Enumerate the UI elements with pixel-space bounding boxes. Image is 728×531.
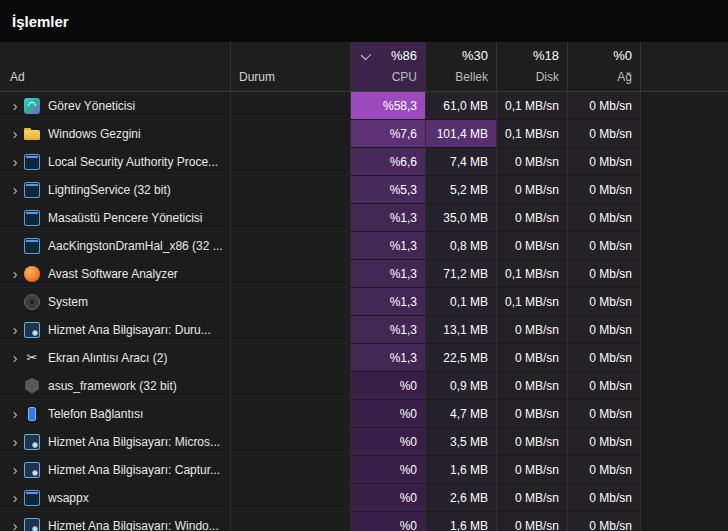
table-row[interactable]: › Hizmet Ana Bilgisayarı: Duru... %1,3 1…: [0, 316, 728, 344]
column-header-network-label: Ağ: [617, 70, 632, 84]
column-header-disk[interactable]: %18 Disk: [496, 42, 567, 91]
process-memory-value: 3,5 MB: [425, 428, 496, 456]
column-header-cpu[interactable]: %86 CPU: [350, 42, 425, 91]
column-header-memory[interactable]: %30 Bellek: [425, 42, 496, 91]
column-header-status[interactable]: Durum: [230, 42, 350, 91]
process-network-value: 0 Mb/sn: [567, 204, 640, 232]
memory-total-value: %30: [462, 48, 488, 63]
expand-chevron-icon[interactable]: ›: [6, 183, 24, 197]
expand-chevron-icon[interactable]: ›: [6, 323, 24, 337]
process-status: [230, 372, 350, 400]
process-network-value: 0 Mb/sn: [567, 288, 640, 316]
row-filler: [640, 204, 728, 232]
process-memory-value: 4,7 MB: [425, 400, 496, 428]
process-cpu-value: %0: [350, 428, 425, 456]
expand-chevron-icon[interactable]: ›: [6, 491, 24, 505]
titlebar: İşlemler: [0, 0, 728, 42]
expand-chevron-icon[interactable]: ›: [6, 99, 24, 113]
process-status: [230, 428, 350, 456]
disk-total-value: %18: [533, 48, 559, 63]
process-status: [230, 316, 350, 344]
process-disk-value: 0 MB/sn: [496, 484, 567, 512]
process-disk-value: 0 MB/sn: [496, 400, 567, 428]
process-cpu-value: %0: [350, 372, 425, 400]
table-row[interactable]: › wsappx %0 2,6 MB 0 MB/sn 0 Mb/sn: [0, 484, 728, 512]
table-row[interactable]: › LightingService (32 bit) %5,3 5,2 MB 0…: [0, 176, 728, 204]
table-row[interactable]: › Hizmet Ana Bilgisayarı: Micros... %0 3…: [0, 428, 728, 456]
process-name: Görev Yöneticisi: [48, 99, 135, 113]
process-network-value: 0 Mb/sn: [567, 456, 640, 484]
process-network-value: 0 Mb/sn: [567, 92, 640, 120]
expand-chevron-icon[interactable]: ›: [6, 351, 24, 365]
process-icon: [24, 406, 40, 422]
process-cpu-value: %0: [350, 512, 425, 531]
process-disk-value: 0 MB/sn: [496, 316, 567, 344]
table-row[interactable]: › Görev Yöneticisi %58,3 61,0 MB 0,1 MB/…: [0, 92, 728, 120]
process-status: [230, 260, 350, 288]
table-row[interactable]: › Hizmet Ana Bilgisayarı: Captur... %0 1…: [0, 456, 728, 484]
expand-chevron-icon[interactable]: ›: [6, 267, 24, 281]
row-filler: [640, 372, 728, 400]
process-status: [230, 204, 350, 232]
process-name-cell: › Hizmet Ana Bilgisayarı: Micros...: [0, 428, 230, 456]
process-name: Hizmet Ana Bilgisayarı: Micros...: [48, 435, 220, 449]
process-icon: [24, 518, 40, 531]
process-name: Telefon Bağlantısı: [48, 407, 143, 421]
table-row[interactable]: › Ekran Alıntısı Aracı (2) %1,3 22,5 MB …: [0, 344, 728, 372]
row-filler: [640, 456, 728, 484]
process-status: [230, 232, 350, 260]
process-memory-value: 71,2 MB: [425, 260, 496, 288]
process-cpu-value: %1,3: [350, 260, 425, 288]
process-cpu-value: %1,3: [350, 204, 425, 232]
table-row[interactable]: › Hizmet Ana Bilgisayarı: Windo... %0 1,…: [0, 512, 728, 531]
row-filler: [640, 120, 728, 148]
table-row[interactable]: › Telefon Bağlantısı %0 4,7 MB 0 MB/sn 0…: [0, 400, 728, 428]
process-name: AacKingstonDramHal_x86 (32 ...: [48, 239, 223, 253]
process-icon: [24, 378, 40, 394]
table-row[interactable]: › System %1,3 0,1 MB 0,1 MB/sn 0 Mb/sn: [0, 288, 728, 316]
process-icon: [24, 434, 40, 450]
column-header-name[interactable]: Ad: [0, 42, 230, 91]
column-header-memory-label: Bellek: [455, 70, 488, 84]
column-header-network[interactable]: %0 Ağ: [567, 42, 640, 91]
process-memory-value: 1,6 MB: [425, 512, 496, 531]
column-header-cpu-label: CPU: [392, 70, 417, 84]
process-disk-value: 0,1 MB/sn: [496, 288, 567, 316]
process-disk-value: 0,1 MB/sn: [496, 92, 567, 120]
process-name: Ekran Alıntısı Aracı (2): [48, 351, 167, 365]
process-table: Ad Durum %86 CPU %30 Bellek %18 Disk %0 …: [0, 42, 728, 531]
expand-chevron-icon[interactable]: ›: [6, 435, 24, 449]
table-row[interactable]: › AacKingstonDramHal_x86 (32 ... %1,3 0,…: [0, 232, 728, 260]
process-name: asus_framework (32 bit): [48, 379, 177, 393]
process-table-body: › Görev Yöneticisi %58,3 61,0 MB 0,1 MB/…: [0, 92, 728, 531]
row-filler: [640, 484, 728, 512]
expand-chevron-icon[interactable]: ›: [6, 127, 24, 141]
process-memory-value: 35,0 MB: [425, 204, 496, 232]
process-name-cell: › Avast Software Analyzer: [0, 260, 230, 288]
row-filler: [640, 288, 728, 316]
process-name: Hizmet Ana Bilgisayarı: Duru...: [48, 323, 211, 337]
expand-chevron-icon[interactable]: ›: [6, 407, 24, 421]
table-row[interactable]: › Masaüstü Pencere Yöneticisi %1,3 35,0 …: [0, 204, 728, 232]
process-status: [230, 484, 350, 512]
table-row[interactable]: › Windows Gezgini %7,6 101,4 MB 0,1 MB/s…: [0, 120, 728, 148]
expand-chevron-icon[interactable]: ›: [6, 155, 24, 169]
process-network-value: 0 Mb/sn: [567, 512, 640, 531]
process-disk-value: 0,1 MB/sn: [496, 260, 567, 288]
process-memory-value: 0,1 MB: [425, 288, 496, 316]
process-cpu-value: %0: [350, 456, 425, 484]
process-icon: [24, 294, 40, 310]
process-network-value: 0 Mb/sn: [567, 400, 640, 428]
table-row[interactable]: › Avast Software Analyzer %1,3 71,2 MB 0…: [0, 260, 728, 288]
table-row[interactable]: › Local Security Authority Proce... %6,6…: [0, 148, 728, 176]
process-name-cell: › System: [0, 288, 230, 316]
expand-chevron-icon[interactable]: ›: [6, 463, 24, 477]
process-icon: [24, 266, 40, 282]
process-name: Masaüstü Pencere Yöneticisi: [48, 211, 203, 225]
expand-chevron-icon[interactable]: ›: [6, 519, 24, 531]
process-name: Avast Software Analyzer: [48, 267, 178, 281]
process-network-value: 0 Mb/sn: [567, 344, 640, 372]
table-row[interactable]: › asus_framework (32 bit) %0 0,9 MB 0 MB…: [0, 372, 728, 400]
row-filler: [640, 148, 728, 176]
process-memory-value: 101,4 MB: [425, 120, 496, 148]
